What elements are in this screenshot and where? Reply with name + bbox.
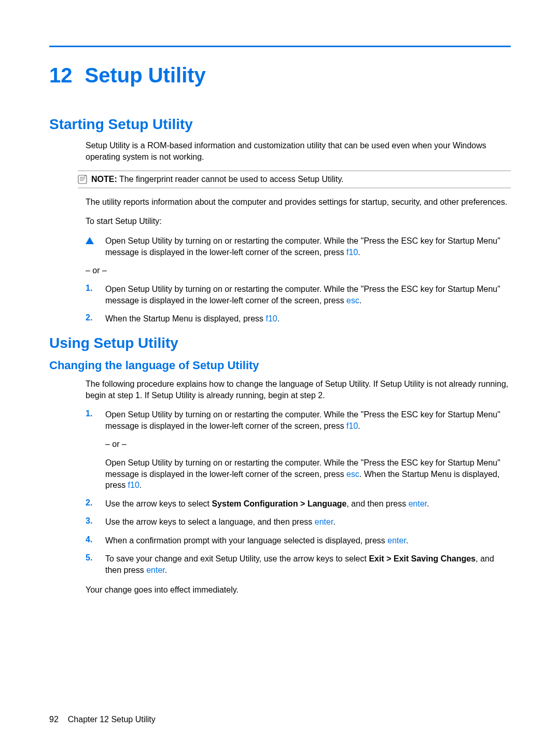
s2-step-3-text: Use the arrow keys to select a language,… [105, 516, 511, 528]
step-number: 4. [86, 535, 92, 544]
s1-step-1: 1. Open Setup Utility by turning on or r… [86, 284, 511, 306]
note-icon [78, 175, 87, 184]
s1-paragraph-2: The utility reports information about th… [86, 196, 511, 208]
s2-step-4: 4. When a confirmation prompt with your … [86, 535, 511, 546]
chapter-title: 12Setup Utility [49, 64, 511, 87]
s1-step-2-text: When the Startup Menu is displayed, pres… [105, 313, 511, 325]
footer-text: Chapter 12 Setup Utility [68, 715, 156, 724]
s2-step-2-text: Use the arrow keys to select System Conf… [105, 498, 511, 510]
s2-step-5-text: To save your change and exit Setup Utili… [105, 553, 511, 575]
s2-step-1-text: Open Setup Utility by turning on or rest… [105, 409, 511, 491]
page-footer: 92Chapter 12 Setup Utility [49, 715, 156, 724]
chapter-title-text: Setup Utility [85, 64, 206, 87]
step-number: 1. [86, 284, 92, 292]
note-body: The fingerprint reader cannot be used to… [119, 175, 344, 184]
heading-starting: Starting Setup Utility [49, 116, 511, 133]
s1-paragraph-1: Setup Utility is a ROM-based information… [86, 140, 511, 162]
s2-step-5: 5. To save your change and exit Setup Ut… [86, 553, 511, 575]
bullet-triangle-row: Open Setup Utility by turning on or rest… [86, 235, 511, 258]
s2-step-2: 2. Use the arrow keys to select System C… [86, 498, 511, 510]
top-divider [49, 46, 511, 47]
step-number: 5. [86, 553, 92, 562]
step-number: 2. [86, 498, 92, 507]
note-label: NOTE: [91, 175, 117, 184]
heading-using: Using Setup Utility [49, 335, 511, 352]
chapter-number: 12 [49, 64, 73, 87]
triangle-icon [86, 235, 96, 244]
step-number: 2. [86, 313, 92, 322]
note-block: NOTE: The fingerprint reader cannot be u… [78, 171, 511, 188]
s1-paragraph-3: To start Setup Utility: [86, 216, 511, 227]
s2-paragraph-end: Your change goes into effect immediately… [86, 584, 511, 596]
or-divider-1: – or – [86, 266, 511, 275]
heading-changing-language: Changing the language of Setup Utility [49, 359, 511, 372]
step-number: 3. [86, 516, 92, 525]
or-divider-2: – or – [105, 439, 511, 450]
s2-step-3: 3. Use the arrow keys to select a langua… [86, 516, 511, 528]
s2-paragraph-1: The following procedure explains how to … [86, 378, 511, 401]
s1-step-1-text: Open Setup Utility by turning on or rest… [105, 284, 511, 306]
svg-rect-0 [78, 175, 87, 184]
note-text: NOTE: The fingerprint reader cannot be u… [91, 174, 344, 185]
s1-step-2: 2. When the Startup Menu is displayed, p… [86, 313, 511, 325]
s2-step-4-text: When a confirmation prompt with your lan… [105, 535, 511, 546]
bullet-triangle-text: Open Setup Utility by turning on or rest… [105, 235, 511, 258]
s2-step-1: 1. Open Setup Utility by turning on or r… [86, 409, 511, 491]
page-number: 92 [49, 715, 59, 724]
step-number: 1. [86, 409, 92, 418]
